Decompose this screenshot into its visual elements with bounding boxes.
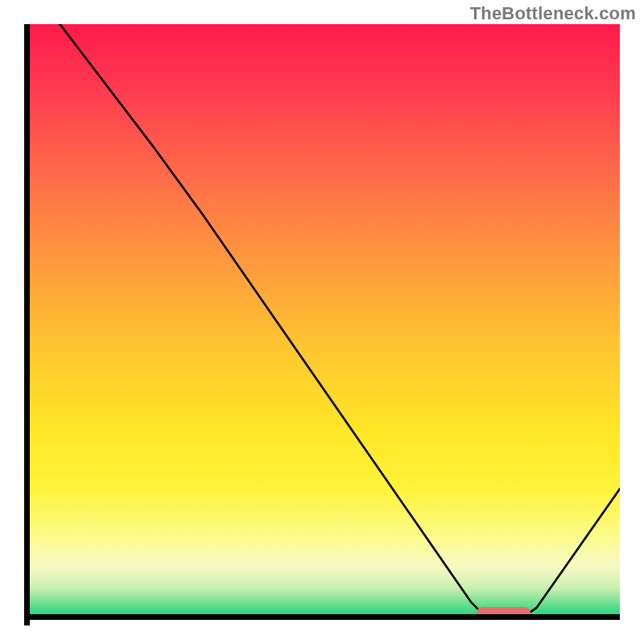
watermark-text: TheBottleneck.com — [470, 3, 636, 24]
chart-container: TheBottleneck.com — [0, 0, 644, 644]
x-axis — [24, 614, 620, 620]
plot-area — [24, 24, 620, 620]
y-axis — [24, 24, 30, 625]
gradient-background — [24, 24, 620, 620]
svg-rect-0 — [24, 24, 620, 620]
